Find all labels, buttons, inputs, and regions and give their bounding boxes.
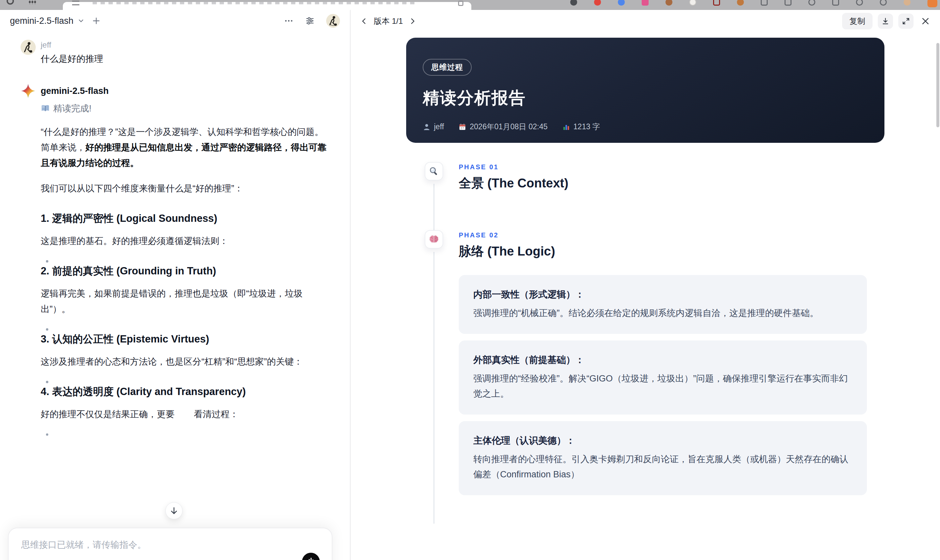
section-lead: 好的推理不仅仅是结果正确，更要看清过程： [41,407,331,422]
meta-author: jeff [423,122,444,131]
user-avatar [20,40,36,55]
chat-section: 3. 认知的公正性 (Epistemic Virtues) 这涉及推理者的心态和… [41,332,331,369]
menu-icon [72,1,79,5]
extension-icon-14[interactable] [880,0,887,6]
scroll-to-bottom-button[interactable] [165,502,183,519]
extension-icon-16[interactable] [928,0,937,7]
user-message-text: 什么是好的推理 [41,53,331,65]
extension-icon-6[interactable] [689,0,696,6]
extension-icon-7[interactable] [713,0,720,6]
download-button[interactable] [878,14,893,29]
person-icon [423,123,431,131]
hero-badge: 思维过程 [423,59,472,76]
phase-list: PHASE 01 全景 (The Context) PHASE 02 脉络 (T… [351,162,940,495]
scrollbar-thumb[interactable] [936,43,939,127]
reload-icon[interactable] [7,0,14,5]
chat-title[interactable]: gemini-2.5-flash [10,16,74,26]
artifact-toolbar: 版本 1/1 复制 [351,10,940,32]
dimension-card: 主体伦理（认识美德）： 转向推理者的心理特征。引入奥卡姆剃刀和反向论证，旨在克服… [459,421,867,495]
close-button[interactable] [919,15,932,28]
version-label: 版本 1/1 [374,16,403,26]
phase-icon-box [425,162,443,180]
assistant-message: gemini-2.5-flash 精读完成! “什么是好的推理？”这是一个涉及逻… [20,83,331,427]
section-lead: 这是推理的基石。好的推理必须遵循逻辑法则： [41,233,331,249]
extension-icon-1[interactable] [570,0,577,6]
screen: gemini-2.5-flash [0,0,940,560]
card-text: 强调推理的“经验校准”。解决“GIGO（垃圾进，垃圾出）”问题，确保推理引擎运行… [473,371,852,402]
more-options-icon[interactable] [284,16,294,26]
extension-icon-3[interactable] [618,0,625,6]
tab-end-icon [458,1,463,6]
phase: PHASE 01 全景 (The Context) [351,162,940,207]
chat-header: gemini-2.5-flash [0,10,350,32]
meta-datetime: 2026年01月08日 02:45 [458,122,547,132]
assistant-status: 精读完成! [41,103,331,114]
extension-icon-15[interactable] [904,0,911,6]
section-heading: 3. 认知的公正性 (Epistemic Virtues) [41,332,331,346]
new-chat-button[interactable] [92,17,100,25]
chat-panel: gemini-2.5-flash [0,10,351,560]
section-lead: 这涉及推理者的心态和方法论，也是区分“杠精”和“思想家”的关键： [41,354,331,369]
assistant-status-text: 精读完成! [53,103,92,114]
phase-title: 脉络 (The Logic) [459,243,867,260]
download-icon [881,17,890,25]
magnifier-icon [428,166,439,177]
voice-input-button[interactable] [302,553,320,560]
dimension-card: 内部一致性（形式逻辑）： 强调推理的“机械正确”。结论必须在给定的规则系统内逻辑… [459,275,867,334]
phase-title: 全景 (The Context) [459,175,867,192]
expand-button[interactable] [898,14,914,29]
artifact-meta: jeff 2026年01月08日 02:45 1213 字 [423,122,864,132]
bar-chart-icon [562,123,570,131]
meta-wordcount: 1213 字 [562,122,600,132]
chat-section: 2. 前提的真实性 (Grounding in Truth) 逻辑再完美，如果前… [41,264,331,317]
close-icon [921,17,930,26]
extension-icon-8[interactable] [737,0,744,6]
user-avatar[interactable] [326,14,340,28]
dimension-card: 外部真实性（前提基础）： 强调推理的“经验校准”。解决“GIGO（垃圾进，垃圾出… [459,340,867,415]
artifact-panel: 版本 1/1 复制 [351,10,940,560]
card-title: 外部真实性（前提基础）： [473,354,852,366]
assistant-dimensions-lead: 我们可以从以下四个维度来衡量什么是“好的推理”： [41,181,331,196]
composer[interactable]: 思维接口已就绪，请传输指令。 [8,528,333,560]
section-heading: 1. 逻辑的严密性 (Logical Soundness) [41,212,331,225]
composer-placeholder[interactable]: 思维接口已就绪，请传输指令。 [21,539,319,551]
artifact-actions: 复制 [842,13,932,29]
extension-icon-4[interactable] [642,0,649,6]
model-settings-icon[interactable] [305,16,315,26]
card-text: 转向推理者的心理特征。引入奥卡姆剃刀和反向论证，旨在克服人类（或机器）天然存在的… [473,452,852,482]
url-text-remnant [92,2,417,4]
extension-icon-5[interactable] [666,0,672,6]
brain-icon [428,234,439,245]
user-message: jeff 什么是好的推理 [20,40,331,65]
user-name: jeff [41,40,331,49]
chevron-right-icon[interactable] [409,17,416,25]
extension-icon-2[interactable] [594,0,601,6]
chevron-left-icon[interactable] [361,17,368,25]
expand-icon [901,17,910,25]
extension-icon-11[interactable] [808,0,815,6]
extension-row [570,0,937,7]
extension-icon-9[interactable] [761,0,768,6]
browser-tab[interactable] [63,2,472,10]
extension-icon-10[interactable] [784,0,792,6]
browser-topbar [0,0,940,10]
section-heading: 2. 前提的真实性 (Grounding in Truth) [41,264,331,278]
extension-icon-12[interactable] [832,0,839,6]
extension-icon-13[interactable] [856,0,863,6]
timeline-line [433,252,435,524]
waveform-icon [306,557,316,560]
section-heading: 4. 表达的透明度 (Clarity and Transparency) [41,385,331,398]
phase-icon-column [425,162,459,207]
assistant-sections: 1. 逻辑的严密性 (Logical Soundness) 这是推理的基石。好的… [41,212,331,422]
version-nav: 版本 1/1 [361,16,416,26]
phase-label: PHASE 01 [459,162,867,171]
card-text: 强调推理的“机械正确”。结论必须在给定的规则系统内逻辑自洽，这是推理的硬件基础。 [473,305,852,321]
chevron-down-icon[interactable] [77,17,85,25]
card-title: 主体伦理（认识美德）： [473,434,852,447]
book-icon [41,104,50,113]
app-window: gemini-2.5-flash [0,10,940,560]
copy-button[interactable]: 复制 [842,13,872,29]
apps-grid-icon[interactable] [28,0,36,4]
section-lead: 逻辑再完美，如果前提是错误的，推理也是垃圾（即“垃圾进，垃圾出”）。 [41,286,331,317]
phase-icon-column [425,230,459,495]
